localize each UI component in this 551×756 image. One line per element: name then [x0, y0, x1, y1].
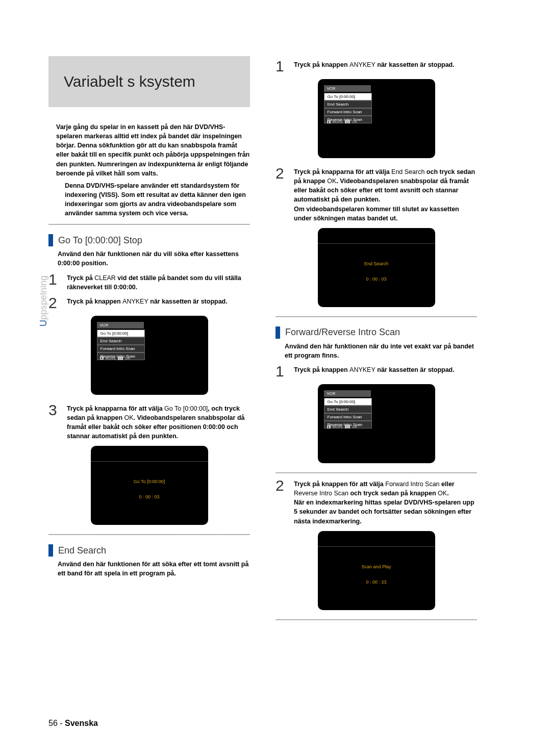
- vcr-menu-item: Go To [0:00:00]: [324, 398, 372, 406]
- right-column: 1 Tryck på knappen ANYKEY när kassetten …: [276, 56, 477, 626]
- end-step-1: 1 Tryck på knappen ANYKEY när kassetten …: [276, 60, 477, 74]
- vcr-menu-footer: ♦MOVE▢OK: [100, 357, 131, 360]
- page-title: Variabelt s ksystem: [64, 73, 195, 90]
- vcr-menu-title: VCR: [97, 322, 144, 329]
- step-number: 3: [48, 402, 64, 441]
- intro-paragraph-2: Denna DVD/VHS-spelare använder ett stand…: [65, 181, 250, 218]
- end-subtitle: Använd den här funktionen för att söka e…: [58, 560, 250, 578]
- step-text: Tryck på knappen ANYKEY när kassetten är…: [294, 365, 477, 379]
- screen-line-1: Scan and Play: [318, 564, 435, 569]
- section-end-search: End Search: [48, 544, 250, 557]
- intro-paragraph-1: Varje gång du spelar in en kassett på de…: [56, 122, 250, 178]
- divider: [276, 316, 477, 317]
- step-text: Tryck på knapparna för att välja Go To […: [67, 404, 250, 441]
- end-step-2: 2 Tryck på knapparna för att välja End S…: [276, 167, 477, 223]
- vcr-menu-screen: VCR Go To [0:00:00] End Search Forward I…: [318, 384, 435, 463]
- screen-line-1: End Search: [318, 261, 435, 266]
- section-goto-title: Go To [0:00:00] Stop: [58, 235, 142, 246]
- section-forward-reverse: Forward/Reverse Intro Scan: [276, 326, 477, 339]
- end-status-screen: End Search 0 : 00 : 03: [318, 228, 435, 307]
- divider: [48, 224, 250, 225]
- step-number: 2: [276, 166, 291, 223]
- step-text: Tryck på knappen ANYKEY när kassetten är…: [67, 297, 250, 311]
- step-number: 1: [276, 59, 291, 74]
- screen-line-2: 0 : 00 : 23: [318, 579, 435, 585]
- vcr-menu-title: VCR: [324, 85, 371, 92]
- section-end-title: End Search: [58, 545, 106, 556]
- side-tab-label: Uppspelning: [38, 275, 49, 326]
- screen-line-2: 0 : 00 : 03: [318, 276, 435, 282]
- page-footer: 56 - Svenska: [48, 719, 98, 728]
- goto-status-screen: Go To [0:00:00] 0 : 00 : 03: [91, 446, 208, 525]
- screen-line-2: 0 : 00 : 03: [91, 494, 208, 499]
- vcr-menu-item: End Search: [324, 406, 372, 413]
- vcr-menu-title: VCR: [324, 390, 371, 397]
- vcr-menu-item: Go To [0:00:00]: [97, 330, 145, 337]
- goto-step-1: 1 Tryck på CLEAR vid det ställe på bande…: [48, 273, 250, 292]
- step-text: Tryck på knapparna för att välja End Sea…: [294, 167, 477, 223]
- vcr-menu-footer: ♦MOVE▢OK: [327, 425, 358, 429]
- section-bar-icon: [276, 326, 280, 339]
- goto-subtitle: Använd den här funktionen när du vill sö…: [58, 249, 250, 268]
- vcr-menu-screen: VCR Go To [0:00:00] End Search Forward I…: [91, 316, 208, 395]
- vcr-menu-item: Go To [0:00:00]: [324, 93, 372, 100]
- section-bar-icon: [48, 234, 53, 246]
- step-number: 1: [276, 364, 291, 379]
- step-text: Tryck på CLEAR vid det ställe på bandet …: [67, 273, 250, 292]
- goto-step-3: 3 Tryck på knapparna för att välja Go To…: [48, 404, 250, 441]
- left-column: Variabelt s ksystem Varje gång du spelar…: [48, 56, 250, 626]
- step-number: 2: [48, 295, 64, 311]
- page-number: 56 -: [48, 719, 65, 727]
- divider: [276, 619, 477, 620]
- fwd-step-2: 2 Tryck på knappen för att välja Forward…: [276, 480, 477, 526]
- vcr-menu-item: End Search: [324, 100, 372, 108]
- vcr-menu-item: Forward Intro Scan: [324, 108, 372, 116]
- vcr-menu-item: Forward Intro Scan: [97, 345, 145, 352]
- divider: [48, 534, 250, 535]
- scan-status-screen: Scan and Play 0 : 00 : 23: [318, 531, 435, 610]
- section-bar-icon: [48, 544, 53, 557]
- goto-step-2: 2 Tryck på knappen ANYKEY när kassetten …: [48, 297, 250, 311]
- vcr-menu-item: End Search: [97, 337, 145, 345]
- page-title-block: Variabelt s ksystem: [48, 56, 250, 107]
- section-fwd-title: Forward/Reverse Intro Scan: [285, 327, 400, 338]
- step-number: 2: [276, 478, 291, 526]
- step-text: Tryck på knappen ANYKEY när kassetten är…: [294, 60, 477, 74]
- screen-line-1: Go To [0:00:00]: [91, 479, 208, 484]
- divider: [276, 472, 477, 473]
- section-goto: Go To [0:00:00] Stop: [48, 234, 250, 246]
- fwd-subtitle: Använd den här funktionen när du inte ve…: [285, 342, 477, 360]
- vcr-menu-item: Forward Intro Scan: [324, 413, 372, 421]
- vcr-menu-screen: VCR Go To [0:00:00] End Search Forward I…: [318, 79, 435, 158]
- fwd-step-1: 1 Tryck på knappen ANYKEY när kassetten …: [276, 365, 477, 379]
- vcr-menu-footer: ♦MOVE▢OK: [327, 120, 358, 123]
- page-language: Svenska: [65, 719, 98, 727]
- step-number: 1: [48, 272, 64, 292]
- step-text: Tryck på knappen för att välja Forward I…: [294, 480, 477, 526]
